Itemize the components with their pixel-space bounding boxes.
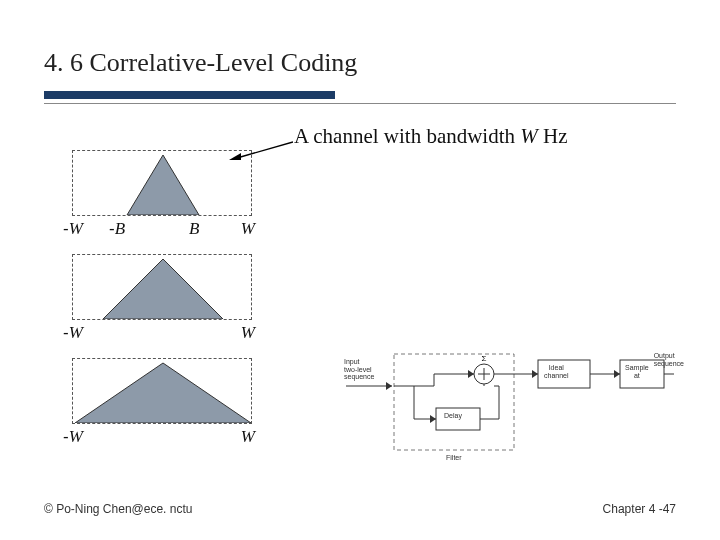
panel3-left-W: -W (63, 427, 83, 447)
diagram-delay-label: Delay (444, 412, 462, 419)
svg-marker-3 (103, 259, 223, 319)
triangle-spectrum-1-icon (73, 149, 253, 215)
svg-text:Σ: Σ (482, 354, 487, 363)
block-diagram: Σ (344, 346, 674, 466)
panel1-right-B: B (189, 219, 199, 239)
panel1-right-W: W (241, 219, 255, 239)
title-accent-bar (44, 91, 335, 99)
triangle-spectrum-3-icon (73, 357, 253, 423)
footer-right: Chapter 4 -47 (603, 502, 676, 516)
triangle-spectrum-2-icon (73, 253, 253, 319)
svg-rect-7 (394, 354, 514, 450)
diagram-sample-label-1: Sample (625, 364, 649, 372)
diagram-input-label-1: Input (344, 358, 374, 366)
panel1-left-B: -B (109, 219, 125, 239)
svg-marker-2 (127, 155, 199, 215)
annotation-var: W (520, 124, 538, 148)
panel3-right-W: W (241, 427, 255, 447)
diagram-input-label-3: sequence (344, 373, 374, 381)
diagram-sample-label-2: at (625, 372, 649, 380)
svg-marker-4 (75, 363, 251, 423)
panel1-left-W: -W (63, 219, 83, 239)
svg-marker-6 (386, 382, 392, 390)
footer-left: © Po-Ning Chen@ece. nctu (44, 502, 192, 516)
slide-title: 4. 6 Correlative-Level Coding (44, 48, 676, 78)
panel2-right-W: W (241, 323, 255, 343)
slide-footer: © Po-Ning Chen@ece. nctu Chapter 4 -47 (44, 502, 676, 516)
title-underline (44, 85, 676, 104)
diagram-ideal-label-2: channel (544, 372, 569, 380)
svg-marker-15 (468, 370, 474, 378)
content-area: A channel with bandwidth W Hz -B B -W (44, 118, 676, 498)
diagram-input-label-2: two-level (344, 366, 374, 374)
bandwidth-annotation: A channel with bandwidth W Hz (294, 124, 568, 149)
diagram-ideal-label-1: Ideal (544, 364, 569, 372)
svg-marker-28 (614, 370, 620, 378)
annotation-suffix: Hz (538, 124, 568, 148)
diagram-filter-label: Filter (446, 454, 462, 461)
diagram-output-label-1: Output (654, 352, 684, 360)
spectrum-panel-3: -W W (72, 358, 252, 424)
panel2-left-W: -W (63, 323, 83, 343)
spectrum-panels: -B B -W W -W W (72, 150, 252, 462)
svg-marker-25 (532, 370, 538, 378)
annotation-prefix: A channel with bandwidth (294, 124, 520, 148)
svg-marker-19 (430, 415, 436, 423)
spectrum-panel-2: -W W (72, 254, 252, 320)
diagram-output-label-2: sequence (654, 360, 684, 368)
spectrum-panel-1: -B B -W W (72, 150, 252, 216)
